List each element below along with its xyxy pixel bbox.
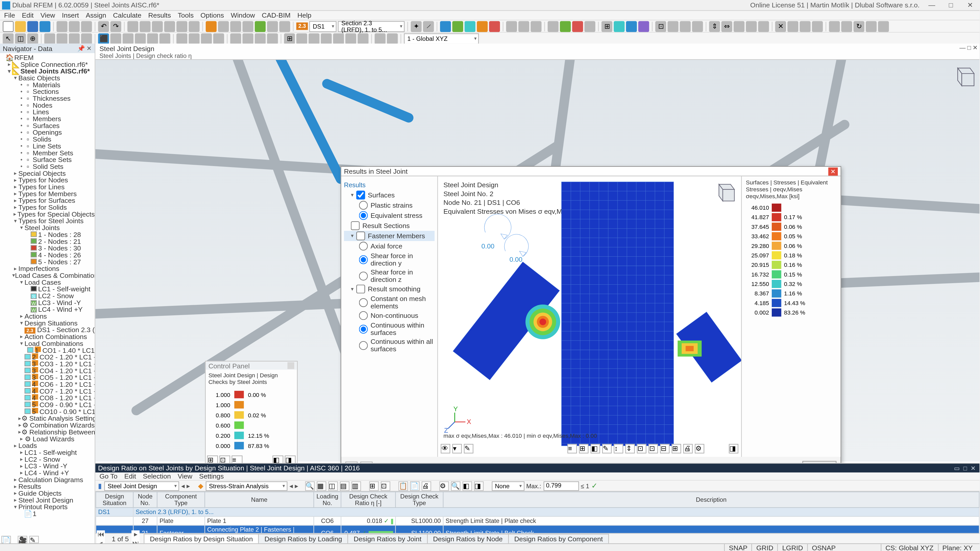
tb-icon[interactable]: ⇕ <box>709 21 720 32</box>
rt-tb-icon[interactable]: ⊡ <box>380 481 390 491</box>
tree-node[interactable]: ▸LC2 - Snow <box>0 456 95 462</box>
tb-icon[interactable] <box>135 33 146 44</box>
menu-results[interactable]: Results <box>148 11 171 19</box>
tree-node[interactable]: ▸Calculation Diagrams <box>0 476 95 483</box>
tree-node[interactable]: ▾Basic Objects <box>0 74 95 81</box>
tb-icon[interactable] <box>321 33 332 44</box>
rt-tb-icon[interactable]: ◨ <box>474 481 483 491</box>
opt-equiv-stress[interactable]: Equivalent stress <box>344 210 434 221</box>
rt-close-icon[interactable]: ✕ <box>970 465 977 472</box>
rt-tb-icon[interactable]: ▥ <box>351 481 361 491</box>
tree-node[interactable]: •▫Thicknesses <box>0 95 95 102</box>
tree-node[interactable]: 4CO6 - 1.20 * LC1 + LC... <box>0 381 95 387</box>
tree-node[interactable]: 4 - Nodes : 26 <box>0 251 95 258</box>
tb-icon[interactable] <box>758 21 769 32</box>
dvp-btn[interactable]: ⊡ <box>649 444 658 453</box>
nav-tb-icon[interactable]: ✎ <box>29 535 39 543</box>
tb-icon[interactable] <box>218 21 229 32</box>
tb-icon[interactable] <box>127 21 138 32</box>
rt-tab[interactable]: Design Ratios by Loading <box>258 534 348 543</box>
tree-node[interactable]: 5CO9 - 0.90 * LC1 + LC... <box>0 401 95 408</box>
menu-tools[interactable]: Tools <box>178 11 193 19</box>
tb-icon[interactable] <box>489 21 500 32</box>
rt-tb-icon[interactable]: ▤ <box>340 481 349 491</box>
status-snap[interactable]: SNAP <box>724 544 751 551</box>
status-osnap[interactable]: OSNAP <box>807 544 840 551</box>
tb-icon[interactable] <box>531 21 542 32</box>
tb-icon[interactable]: ◫ <box>15 33 26 44</box>
dvp-btn[interactable]: ◨ <box>729 444 738 453</box>
tree-node[interactable]: 2CO2 - 1.20 * LC1 + LC... <box>0 353 95 360</box>
tb-icon[interactable] <box>267 21 278 32</box>
new-icon[interactable] <box>3 21 14 32</box>
rt-tb-icon[interactable]: ⚙ <box>439 481 449 491</box>
tb-icon[interactable] <box>242 21 253 32</box>
dvp-print-icon[interactable]: 🖨 <box>683 444 693 453</box>
menu-cad-bim[interactable]: CAD-BIM <box>262 11 291 19</box>
tb-icon[interactable] <box>345 33 356 44</box>
tb-icon[interactable]: ✕ <box>775 21 786 32</box>
tree-node[interactable]: 1CO1 - 1.40 * LC1 <box>0 347 95 354</box>
dvp-btn[interactable]: ↕ <box>614 444 623 453</box>
tree-node[interactable]: ▸Types for Members <box>0 190 95 197</box>
tree-node[interactable]: ▸Steel Joint Design <box>0 496 95 503</box>
save-all-icon[interactable] <box>40 21 51 32</box>
dvp-btn[interactable]: ◧ <box>590 444 600 453</box>
tree-node[interactable]: SLC2 - Snow <box>0 292 95 299</box>
tb-icon[interactable] <box>189 21 200 32</box>
rt-next-icon[interactable]: ▸ <box>131 530 140 538</box>
tb-icon[interactable] <box>829 21 840 32</box>
ds-dropdown[interactable]: DS1 <box>309 21 337 32</box>
tb-icon[interactable] <box>159 33 170 44</box>
opt-shear-z[interactable]: Shear force in direction z <box>344 268 434 284</box>
tree-node[interactable]: ▾Design Situations <box>0 319 95 326</box>
tb-icon[interactable] <box>518 21 529 32</box>
tb-icon[interactable]: ⟋ <box>423 21 434 32</box>
view-cube[interactable] <box>951 64 975 89</box>
rt-tab[interactable]: Design Ratios by Node <box>427 534 509 543</box>
tree-node[interactable]: ▸Actions <box>0 313 95 319</box>
opt-sm-cont-all[interactable]: Continuous within all surfaces <box>344 337 434 353</box>
tree-node[interactable]: •▫Member Sets <box>0 149 95 156</box>
control-panel-close-icon[interactable] <box>287 362 294 369</box>
rt-filter-dropdown[interactable]: None <box>492 481 524 491</box>
opt-plastic-strains[interactable]: Plastic strains <box>344 200 434 210</box>
tb-icon[interactable] <box>842 21 853 32</box>
tree-node[interactable]: •▫Nodes <box>0 102 95 108</box>
tree-node[interactable]: ▸⚙Combination Wizards <box>0 421 95 428</box>
tb-icon[interactable] <box>164 21 175 32</box>
tb-icon[interactable] <box>800 21 811 32</box>
rt-min-icon[interactable]: ▭ <box>954 465 961 472</box>
opt-fastener[interactable]: ▾ Fastener Members <box>344 231 434 241</box>
dvp-btn[interactable]: ⊞ <box>579 444 589 453</box>
rt-menu-item[interactable]: Go To <box>100 472 118 480</box>
tree-node[interactable]: 4CO7 - 1.20 * LC1 + LC... <box>0 387 95 394</box>
tb-icon[interactable] <box>358 33 369 44</box>
tb-icon[interactable]: ⊞ <box>284 33 295 44</box>
tb-icon[interactable] <box>626 21 637 32</box>
dvp-btn[interactable]: ⊡ <box>637 444 646 453</box>
tb-icon[interactable] <box>230 21 241 32</box>
tree-node[interactable]: ▸LC3 - Wind -Y <box>0 462 95 469</box>
dvp-btn[interactable]: ✎ <box>464 444 473 453</box>
tree-node[interactable]: 2.3 DS1 - Section 2.3 (LRFD), 1... <box>0 326 95 333</box>
report-icon[interactable] <box>69 21 80 32</box>
menu-edit[interactable]: Edit <box>22 11 34 19</box>
menu-file[interactable]: File <box>4 11 15 19</box>
rt-tb-icon[interactable]: ◫ <box>328 481 337 491</box>
tb-icon[interactable] <box>140 21 151 32</box>
dialog-titlebar[interactable]: Results in Steel Joint ✕ <box>341 167 840 176</box>
preview-icon[interactable] <box>81 21 92 32</box>
tree-node[interactable]: WLC4 - Wind +Y <box>0 306 95 313</box>
tree-node[interactable]: 3 - Nodes : 30 <box>0 245 95 251</box>
opt-shear-y[interactable]: Shear force in direction y <box>344 251 434 268</box>
tb-icon[interactable] <box>44 33 55 44</box>
tb-icon[interactable] <box>440 21 451 32</box>
dvp-btn[interactable]: ≡ <box>567 444 577 453</box>
opt-result-sections[interactable]: Result Sections <box>344 221 434 231</box>
tb-icon[interactable] <box>57 33 68 44</box>
tree-node[interactable]: 3CO4 - 1.20 * LC1 + LC... <box>0 367 95 374</box>
tb-icon[interactable]: ↖ <box>3 33 14 44</box>
open-icon[interactable] <box>15 21 26 32</box>
minimize-button[interactable]: — <box>922 0 942 11</box>
